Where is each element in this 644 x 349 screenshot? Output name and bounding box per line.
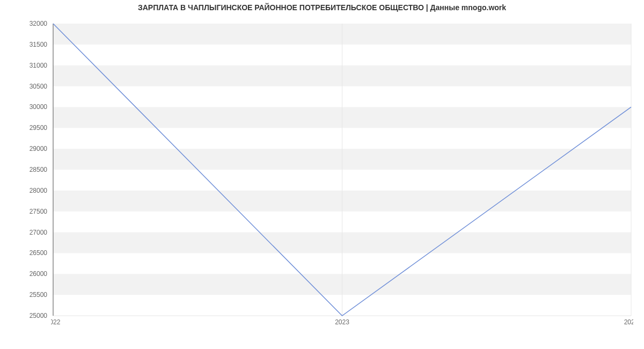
x-tick-label: 2024 <box>624 318 633 326</box>
y-tick-label: 30500 <box>0 83 47 90</box>
y-tick-label: 27500 <box>0 208 47 215</box>
chart-title: ЗАРПЛАТА В ЧАПЛЫГИНСКОЕ РАЙОННОЕ ПОТРЕБИ… <box>0 3 644 12</box>
y-tick-label: 32000 <box>0 20 47 27</box>
chart-plot: 202220232024 <box>51 21 633 328</box>
y-tick-label: 25500 <box>0 291 47 299</box>
y-tick-label: 26500 <box>0 249 47 257</box>
y-tick-label: 29500 <box>0 124 47 132</box>
y-tick-label: 28500 <box>0 166 47 173</box>
y-tick-label: 27000 <box>0 229 47 236</box>
chart-container: ЗАРПЛАТА В ЧАПЛЫГИНСКОЕ РАЙОННОЕ ПОТРЕБИ… <box>0 0 644 349</box>
y-tick-label: 30000 <box>0 103 47 111</box>
y-tick-label: 29000 <box>0 145 47 152</box>
y-tick-label: 31500 <box>0 41 47 48</box>
x-tick-label: 2022 <box>51 318 61 326</box>
x-tick-label: 2023 <box>335 318 349 326</box>
y-tick-label: 26000 <box>0 270 47 278</box>
y-tick-label: 25000 <box>0 312 47 319</box>
y-tick-label: 28000 <box>0 187 47 194</box>
y-tick-label: 31000 <box>0 62 47 69</box>
